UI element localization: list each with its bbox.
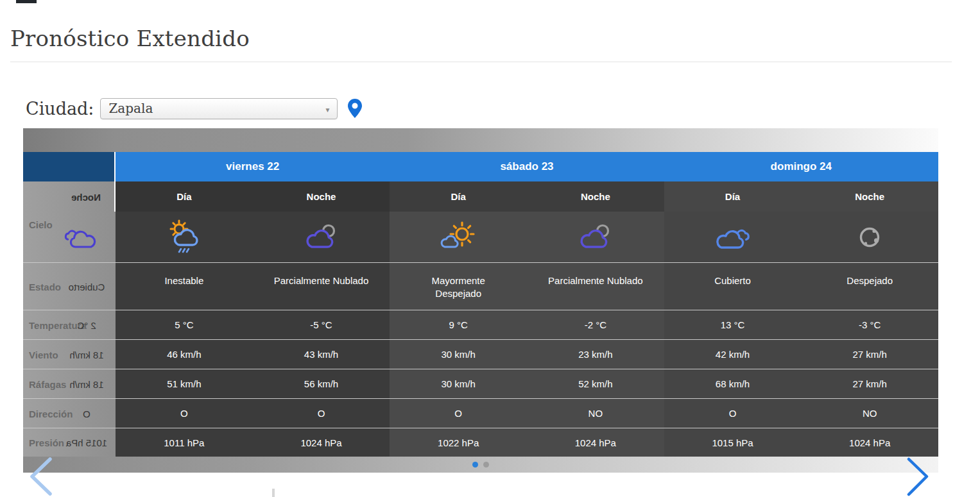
city-label: Ciudad:	[26, 99, 94, 119]
mirrored-prev-presion: 1015 hPa	[66, 437, 107, 448]
cielo-label-cell: Cielo	[23, 212, 116, 262]
table-corner-cell	[23, 152, 116, 181]
day-header-viernes: viernes 22	[116, 152, 390, 181]
subheader-domingo-noche: Noche	[801, 181, 938, 212]
scrollbar-fragment	[272, 489, 275, 497]
cell-viento-domingo-noche: 27 km/h	[801, 340, 938, 369]
cell-presion-sabado-dia: 1022 hPa	[390, 428, 527, 457]
mirrored-prev-estado: Cubierto	[69, 281, 105, 292]
day-header-row: viernes 22 sábado 23 domingo 24	[23, 152, 938, 181]
day-header-domingo: domingo 24	[664, 152, 938, 181]
estado-label-cell: Estado Cubierto	[23, 263, 116, 310]
row-label-cielo: Cielo	[29, 219, 53, 230]
carousel-top-strip	[23, 128, 938, 152]
presion-row: Presión 1015 hPa 1011 hPa 1024 hPa 1022 …	[23, 428, 938, 457]
temperatura-row: Temperatura 2 °C 5 °C -5 °C 9 °C -2 °C 1…	[23, 310, 938, 340]
mirrored-prev-viento: 18 km/h	[70, 349, 104, 360]
pagination-dot-1[interactable]	[472, 462, 478, 468]
rafagas-row: Ráfagas 18 km/h 51 km/h 56 km/h 30 km/h …	[23, 369, 938, 399]
clouds-icon	[664, 212, 802, 262]
cell-estado-viernes-noche: Parcialmente Nublado	[253, 263, 390, 310]
estado-row: Estado Cubierto Inestable Parcialmente N…	[23, 263, 938, 310]
title-divider	[10, 62, 952, 62]
location-pin-icon[interactable]	[348, 99, 362, 118]
cell-temperatura-domingo-noche: -3 °C	[801, 310, 938, 339]
sun-cloud-icon	[390, 212, 527, 262]
row-label-viento: Viento	[29, 349, 58, 360]
subheader-row: Noche Día Noche Día Noche Día Noche	[23, 181, 938, 212]
temperatura-label-cell: Temperatura 2 °C	[23, 310, 116, 339]
rafagas-label-cell: Ráfagas 18 km/h	[23, 369, 116, 398]
sun-cloud-rain-icon	[116, 212, 253, 262]
cell-estado-domingo-noche: Despejado	[801, 263, 938, 310]
cell-presion-sabado-noche: 1024 hPa	[527, 428, 664, 457]
cell-rafagas-domingo-dia: 68 km/h	[664, 369, 802, 398]
presion-label-cell: Presión 1015 hPa	[23, 428, 116, 457]
cell-rafagas-sabado-noche: 52 km/h	[527, 369, 664, 398]
mirrored-prev-direccion: O	[83, 408, 91, 419]
cell-presion-viernes-dia: 1011 hPa	[116, 428, 253, 457]
city-select[interactable]: Zapala ▼	[100, 98, 338, 119]
cloud-moon-icon	[253, 212, 390, 262]
cell-presion-domingo-dia: 1015 hPa	[664, 428, 802, 457]
cell-temperatura-sabado-dia: 9 °C	[390, 310, 527, 339]
subheader-sabado-noche: Noche	[527, 181, 664, 212]
cell-viento-sabado-noche: 23 km/h	[527, 340, 664, 369]
cell-presion-domingo-noche: 1024 hPa	[801, 428, 938, 457]
cell-temperatura-viernes-dia: 5 °C	[116, 310, 253, 339]
day-header-sabado: sábado 23	[390, 152, 664, 181]
direccion-row: Dirección O O O O NO O NO	[23, 399, 938, 428]
row-label-rafagas: Ráfagas	[29, 378, 66, 389]
cell-viento-viernes-dia: 46 km/h	[116, 340, 253, 369]
page-top-artifact	[16, 0, 37, 3]
next-arrow-icon[interactable]	[904, 457, 932, 497]
cell-temperatura-domingo-dia: 13 °C	[664, 310, 802, 339]
moon-icon	[801, 212, 938, 262]
cielo-row: Cielo	[23, 212, 938, 263]
page-title: Pronóstico Extendido	[10, 26, 250, 51]
cell-estado-sabado-noche: Parcialmente Nublado	[527, 263, 664, 310]
pagination-dot-2[interactable]	[483, 462, 489, 468]
row-label-direccion: Dirección	[29, 408, 73, 419]
cell-presion-viernes-noche: 1024 hPa	[253, 428, 390, 457]
cell-temperatura-viernes-noche: -5 °C	[253, 310, 390, 339]
cell-viento-viernes-noche: 43 km/h	[253, 340, 390, 369]
cell-direccion-viernes-noche: O	[253, 399, 390, 428]
subheader-domingo-dia: Día	[664, 181, 802, 212]
direccion-label-cell: Dirección O	[23, 399, 116, 428]
cell-estado-viernes-dia: Inestable	[116, 263, 253, 310]
viento-row: Viento 18 km/h 46 km/h 43 km/h 30 km/h 2…	[23, 340, 938, 369]
row-label-presion: Presión	[29, 437, 64, 448]
city-selector-row: Ciudad: Zapala ▼	[26, 96, 362, 121]
forecast-carousel: viernes 22 sábado 23 domingo 24 Noche Dí…	[23, 128, 938, 473]
cell-rafagas-domingo-noche: 27 km/h	[801, 369, 938, 398]
subheader-viernes-dia: Día	[116, 181, 253, 212]
carousel-bottom-strip	[23, 457, 938, 473]
chevron-down-icon: ▼	[325, 106, 331, 114]
mirrored-prev-header-cell: Noche	[23, 181, 116, 212]
row-label-estado: Estado	[29, 281, 61, 292]
cell-estado-sabado-dia: Mayormente Despejado	[390, 263, 527, 310]
cell-viento-sabado-dia: 30 km/h	[390, 340, 527, 369]
subheader-viernes-noche: Noche	[253, 181, 390, 212]
mirrored-noche-header: Noche	[71, 191, 101, 202]
cell-direccion-domingo-noche: NO	[801, 399, 938, 428]
cell-direccion-sabado-dia: O	[390, 399, 527, 428]
subheader-sabado-dia: Día	[390, 181, 527, 212]
cell-rafagas-viernes-dia: 51 km/h	[116, 369, 253, 398]
cell-rafagas-viernes-noche: 56 km/h	[253, 369, 390, 398]
city-select-value: Zapala	[108, 101, 153, 116]
cell-direccion-domingo-dia: O	[664, 399, 802, 428]
cell-rafagas-sabado-dia: 30 km/h	[390, 369, 527, 398]
mirrored-prev-rafagas: 18 km/h	[70, 378, 104, 389]
cloud-icon	[62, 224, 99, 251]
cloud-moon-icon	[527, 212, 664, 262]
viento-label-cell: Viento 18 km/h	[23, 340, 116, 369]
mirrored-prev-temperatura: 2 °C	[78, 319, 96, 330]
prev-arrow-icon[interactable]	[27, 457, 55, 496]
cell-temperatura-sabado-noche: -2 °C	[527, 310, 664, 339]
cell-direccion-viernes-dia: O	[116, 399, 253, 428]
cell-estado-domingo-dia: Cubierto	[664, 263, 802, 310]
cell-viento-domingo-dia: 42 km/h	[664, 340, 802, 369]
cell-direccion-sabado-noche: NO	[527, 399, 664, 428]
